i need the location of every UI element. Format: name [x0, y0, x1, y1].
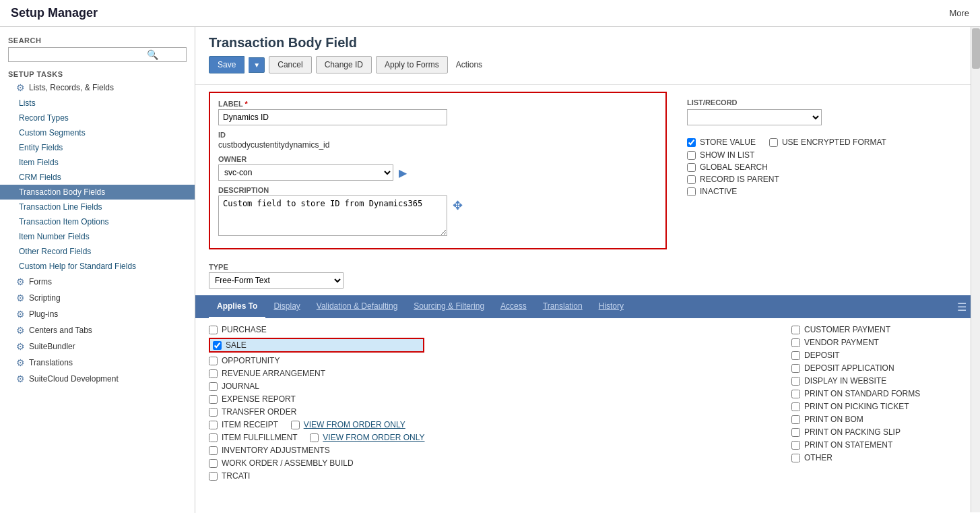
item-fulfillment-view-checkbox[interactable] — [310, 433, 319, 442]
item-receipt-view-checkbox[interactable] — [291, 421, 300, 429]
item-receipt-label: ITEM RECEIPT — [222, 420, 278, 429]
work-order-row: WORK ORDER / ASSEMBLY BUILD — [209, 458, 424, 468]
trcati-row: TRCATI — [209, 471, 424, 481]
inventory-adjustments-label: INVENTORY ADJUSTMENTS — [222, 446, 330, 455]
sidebar-item-centers-tabs[interactable]: ⚙ Centers and Tabs — [0, 322, 195, 338]
sidebar-item-custom-help[interactable]: Custom Help for Standard Fields — [0, 259, 195, 274]
display-in-website-row: DISPLAY IN WEBSITE — [791, 376, 967, 386]
print-standard-forms-checkbox[interactable] — [791, 390, 800, 398]
print-statement-checkbox[interactable] — [791, 441, 800, 450]
item-fulfillment-checkbox[interactable] — [209, 433, 218, 442]
inventory-adjustments-checkbox[interactable] — [209, 446, 218, 455]
expense-report-label: EXPENSE REPORT — [222, 394, 296, 404]
deposit-checkbox[interactable] — [791, 351, 800, 360]
save-button[interactable]: Save — [209, 56, 244, 73]
print-picking-ticket-checkbox[interactable] — [791, 402, 800, 411]
owner-external-link[interactable]: ▶ — [396, 167, 410, 179]
print-picking-ticket-row: PRINT ON PICKING TICKET — [791, 402, 967, 411]
item-receipt-checkbox[interactable] — [209, 421, 218, 429]
tab-translation[interactable]: Translation — [535, 295, 591, 318]
other-checkbox[interactable] — [791, 454, 800, 462]
sidebar-item-item-number-fields[interactable]: Item Number Fields — [0, 229, 195, 244]
item-fulfillment-view-label: VIEW FROM ORDER ONLY — [323, 433, 424, 442]
sidebar-item-crm-fields[interactable]: CRM Fields — [0, 170, 195, 185]
tab-access[interactable]: Access — [492, 295, 535, 318]
tab-history[interactable]: History — [591, 295, 632, 318]
sale-checkbox[interactable] — [213, 341, 222, 350]
sidebar-item-transaction-body-fields[interactable]: Transaction Body Fields — [0, 185, 195, 200]
trcati-checkbox[interactable] — [209, 472, 218, 481]
owner-select[interactable]: svc-con — [218, 164, 393, 181]
tab-applies-to[interactable]: Applies To — [209, 295, 265, 318]
deposit-row: DEPOSIT — [791, 351, 967, 360]
actions-button[interactable]: Actions — [452, 57, 486, 73]
sidebar-item-custom-segments[interactable]: Custom Segments — [0, 125, 195, 140]
sidebar-item-label: Centers and Tabs — [29, 326, 92, 335]
work-order-checkbox[interactable] — [209, 459, 218, 468]
sidebar-item-suitebundler[interactable]: ⚙ SuiteBundler — [0, 338, 195, 355]
sidebar-item-forms[interactable]: ⚙ Forms — [0, 274, 195, 290]
transfer-order-checkbox[interactable] — [209, 408, 218, 417]
purchase-checkbox[interactable] — [209, 326, 218, 334]
inactive-checkbox[interactable] — [687, 187, 696, 196]
deposit-application-row: DEPOSIT APPLICATION — [791, 363, 967, 373]
tab-sourcing[interactable]: Sourcing & Filtering — [405, 295, 492, 318]
description-field-label: DESCRIPTION — [218, 186, 657, 194]
gear-icon: ⚙ — [16, 82, 25, 93]
deposit-application-checkbox[interactable] — [791, 364, 800, 373]
sidebar-item-transaction-item-options[interactable]: Transaction Item Options — [0, 214, 195, 229]
vendor-payment-label: VENDOR PAYMENT — [804, 338, 879, 347]
cancel-button[interactable]: Cancel — [269, 56, 311, 73]
type-select[interactable]: Free-Form Text — [209, 272, 344, 289]
gear-icon: ⚙ — [16, 373, 25, 384]
journal-checkbox[interactable] — [209, 382, 218, 391]
display-in-website-checkbox[interactable] — [791, 377, 800, 386]
sidebar-item-scripting[interactable]: ⚙ Scripting — [0, 290, 195, 306]
sidebar-item-record-types[interactable]: Record Types — [0, 111, 195, 125]
description-field-group: DESCRIPTION Custom field to store ID fro… — [218, 186, 657, 236]
sidebar: SEARCH 🔍 SETUP TASKS ⚙ Lists, Records, &… — [0, 27, 195, 513]
scrollbar-thumb[interactable] — [972, 28, 980, 69]
search-input[interactable] — [9, 48, 143, 61]
use-encrypted-checkbox[interactable] — [769, 138, 778, 147]
sidebar-item-suitecloud[interactable]: ⚙ SuiteCloud Development — [0, 371, 195, 387]
tab-validation[interactable]: Validation & Defaulting — [308, 295, 406, 318]
search-label: SEARCH — [8, 36, 187, 44]
expense-report-checkbox[interactable] — [209, 395, 218, 404]
list-record-select[interactable] — [687, 109, 822, 125]
search-button[interactable]: 🔍 — [143, 48, 162, 61]
customer-payment-checkbox[interactable] — [791, 326, 800, 334]
header-more[interactable]: More — [949, 8, 969, 18]
description-expand-btn[interactable]: ✥ — [450, 198, 465, 213]
show-in-list-checkbox[interactable] — [687, 151, 696, 160]
sidebar-item-entity-fields[interactable]: Entity Fields — [0, 140, 195, 155]
record-is-parent-checkbox[interactable] — [687, 175, 696, 184]
sidebar-item-plugins[interactable]: ⚙ Plug-ins — [0, 306, 195, 322]
global-search-checkbox[interactable] — [687, 163, 696, 172]
sidebar-item-other-record-fields[interactable]: Other Record Fields — [0, 244, 195, 259]
revenue-arrangement-checkbox[interactable] — [209, 369, 218, 378]
sidebar-item-translations[interactable]: ⚙ Translations — [0, 355, 195, 371]
gear-icon: ⚙ — [16, 341, 25, 352]
description-textarea[interactable]: Custom field to store ID from Dynamics36… — [218, 195, 447, 236]
id-field-group: ID custbodycustentitydynamics_id — [218, 131, 657, 150]
sidebar-item-lists-records[interactable]: ⚙ Lists, Records, & Fields — [0, 80, 195, 96]
sidebar-item-transaction-line-fields[interactable]: Transaction Line Fields — [0, 200, 195, 214]
print-packing-slip-checkbox[interactable] — [791, 428, 800, 437]
opportunity-checkbox[interactable] — [209, 357, 218, 365]
store-value-checkbox[interactable] — [687, 138, 696, 147]
tab-display[interactable]: Display — [265, 295, 308, 318]
sidebar-item-item-fields[interactable]: Item Fields — [0, 155, 195, 170]
print-bom-checkbox[interactable] — [791, 415, 800, 424]
sidebar-link-label: Transaction Body Fields — [19, 187, 105, 197]
inactive-label: INACTIVE — [700, 187, 737, 196]
sidebar-item-lists[interactable]: Lists — [0, 96, 195, 111]
vendor-payment-checkbox[interactable] — [791, 338, 800, 347]
apply-to-forms-button[interactable]: Apply to Forms — [376, 56, 448, 73]
save-dropdown-button[interactable]: ▼ — [249, 57, 265, 73]
label-input[interactable] — [218, 109, 447, 125]
id-field-label: ID — [218, 131, 657, 139]
print-statement-row: PRINT ON STATEMENT — [791, 440, 967, 450]
tab-menu-icon[interactable]: ☰ — [957, 301, 967, 313]
change-id-button[interactable]: Change ID — [316, 56, 372, 73]
